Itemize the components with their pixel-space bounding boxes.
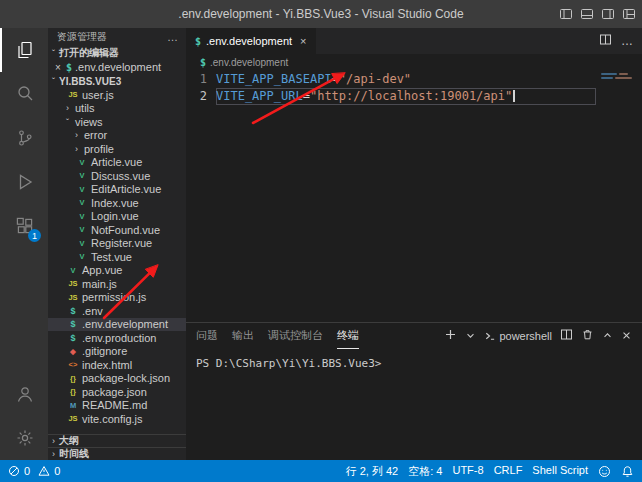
editor-group: $ .env.development × … $ .env.developmen…: [186, 28, 642, 460]
file-label: .env.production: [82, 332, 156, 344]
editor-content[interactable]: 1VITE_APP_BASEAPI="/api-dev"2VITE_APP_UR…: [186, 71, 596, 105]
minimap[interactable]: [598, 70, 642, 322]
chevron-right-icon: ›: [72, 144, 81, 154]
tree-file-main.js[interactable]: JSmain.js: [48, 277, 186, 291]
tree-file-Login.vue[interactable]: VLogin.vue: [48, 210, 186, 224]
tree-file-NotFound.vue[interactable]: VNotFound.vue: [48, 223, 186, 237]
shell-file-icon: $: [200, 57, 206, 68]
status-item[interactable]: 行 2, 列 42: [346, 464, 399, 479]
vue-file-icon: V: [76, 185, 88, 194]
tree-file-.gitignore[interactable]: ◆.gitignore: [48, 345, 186, 359]
file-tree: JSuser.js›utilsˇviews›error›profileVArti…: [48, 88, 186, 426]
tree-file-package-lock.json[interactable]: {}package-lock.json: [48, 372, 186, 386]
title-bar: .env.development - Yi.BBS.Vue3 - Visual …: [0, 0, 642, 28]
tree-file-index.html[interactable]: <>index.html: [48, 358, 186, 372]
new-terminal-icon[interactable]: [444, 327, 457, 345]
account-icon[interactable]: [0, 372, 48, 416]
tree-file-.env.development[interactable]: $.env.development: [48, 318, 186, 332]
tab-label: .env.development: [206, 35, 292, 47]
tab-env-development[interactable]: $ .env.development ×: [186, 28, 316, 54]
toggle-secondary-sidebar-icon[interactable]: [601, 7, 615, 21]
settings-gear-icon[interactable]: [0, 416, 48, 460]
panel-tab-调试控制台[interactable]: 调试控制台: [268, 323, 323, 349]
error-count: 0: [24, 465, 30, 477]
file-label: profile: [84, 143, 114, 155]
project-root-header[interactable]: ˇ YI.BBS.VUE3: [48, 74, 186, 88]
extensions-icon[interactable]: 1: [0, 204, 48, 248]
file-label: utils: [75, 102, 95, 114]
status-item[interactable]: CRLF: [494, 464, 523, 479]
tree-file-.env[interactable]: $.env: [48, 304, 186, 318]
file-label: Index.vue: [91, 197, 139, 209]
tree-file-README.md[interactable]: MREADME.md: [48, 399, 186, 413]
close-tab-icon[interactable]: ×: [300, 35, 306, 47]
panel-tab-问题[interactable]: 问题: [196, 323, 218, 349]
status-item[interactable]: Shell Script: [532, 464, 588, 479]
open-editor-item[interactable]: × $ .env.development: [48, 60, 186, 74]
tree-file-Register.vue[interactable]: VRegister.vue: [48, 237, 186, 251]
outline-section-header[interactable]: › 大纲: [48, 434, 186, 447]
breadcrumb[interactable]: $ .env.development: [186, 54, 642, 70]
terminal-output[interactable]: PS D:\CSharp\Yi\Yi.BBS.Vue3>: [186, 349, 642, 460]
file-label: package.json: [82, 386, 147, 398]
tree-file-App.vue[interactable]: VApp.vue: [48, 264, 186, 278]
vscode-window: .env.development - Yi.BBS.Vue3 - Visual …: [0, 0, 642, 482]
tree-folder-profile[interactable]: ›profile: [48, 142, 186, 156]
js-file-icon: JS: [67, 293, 79, 302]
js-file-icon: JS: [67, 90, 79, 99]
tree-file-user.js[interactable]: JSuser.js: [48, 88, 186, 102]
tree-file-EditArticle.vue[interactable]: VEditArticle.vue: [48, 183, 186, 197]
tree-folder-views[interactable]: ˇviews: [48, 115, 186, 129]
file-label: index.html: [82, 359, 132, 371]
feedback-smiley-icon[interactable]: [598, 465, 611, 478]
file-label: README.md: [82, 399, 147, 411]
toggle-panel-icon[interactable]: [580, 7, 594, 21]
run-debug-icon[interactable]: [0, 160, 48, 204]
chevron-right-icon: ›: [72, 130, 81, 140]
toggle-sidebar-icon[interactable]: [559, 7, 573, 21]
more-actions-icon[interactable]: …: [621, 34, 633, 48]
customize-layout-icon[interactable]: [622, 7, 636, 21]
split-terminal-icon[interactable]: [560, 327, 573, 345]
tree-file-Article.vue[interactable]: VArticle.vue: [48, 156, 186, 170]
tree-file-Test.vue[interactable]: VTest.vue: [48, 250, 186, 264]
tree-folder-error[interactable]: ›error: [48, 129, 186, 143]
tree-file-.env.production[interactable]: $.env.production: [48, 331, 186, 345]
html-file-icon: <>: [67, 360, 79, 369]
panel-tab-输出[interactable]: 输出: [232, 323, 254, 349]
kill-terminal-trash-icon[interactable]: [581, 327, 594, 345]
source-control-icon[interactable]: [0, 116, 48, 160]
json-file-icon: {}: [67, 387, 79, 396]
more-actions-icon[interactable]: …: [167, 31, 178, 43]
tree-file-vite.config.js[interactable]: JSvite.config.js: [48, 412, 186, 426]
notifications-bell-icon[interactable]: [621, 465, 634, 478]
open-editor-label: .env.development: [75, 61, 161, 73]
split-editor-icon[interactable]: [599, 32, 612, 50]
line-number: 2: [186, 88, 216, 105]
explorer-sidebar: 资源管理器 … ˇ 打开的编辑器 × $ .env.development ˇ …: [48, 28, 186, 460]
close-panel-icon[interactable]: [621, 327, 632, 345]
open-editors-header[interactable]: ˇ 打开的编辑器: [48, 46, 186, 60]
launch-profile-chevron-icon[interactable]: [465, 327, 476, 345]
shell-file-icon: $: [66, 62, 72, 73]
tree-file-Index.vue[interactable]: VIndex.vue: [48, 196, 186, 210]
panel-tab-终端[interactable]: 终端: [337, 323, 359, 349]
problems-status[interactable]: 0 0: [8, 465, 64, 477]
tree-folder-utils[interactable]: ›utils: [48, 102, 186, 116]
sidebar-title: 资源管理器: [57, 30, 107, 44]
file-label: main.js: [82, 278, 117, 290]
md-file-icon: M: [67, 401, 79, 410]
close-icon[interactable]: ×: [53, 62, 63, 73]
search-icon[interactable]: [0, 72, 48, 116]
status-item[interactable]: UTF-8: [452, 464, 483, 479]
tree-file-Discuss.vue[interactable]: VDiscuss.vue: [48, 169, 186, 183]
tree-file-permission.js[interactable]: JSpermission.js: [48, 291, 186, 305]
terminal-shell-selector[interactable]: powershell: [484, 330, 552, 342]
status-item[interactable]: 空格: 4: [408, 464, 442, 479]
chevron-right-icon: ›: [63, 103, 72, 113]
maximize-panel-icon[interactable]: [602, 327, 613, 345]
warning-count: 0: [54, 465, 60, 477]
explorer-icon[interactable]: [0, 28, 48, 72]
tree-file-package.json[interactable]: {}package.json: [48, 385, 186, 399]
timeline-section-header[interactable]: › 时间线: [48, 447, 186, 460]
